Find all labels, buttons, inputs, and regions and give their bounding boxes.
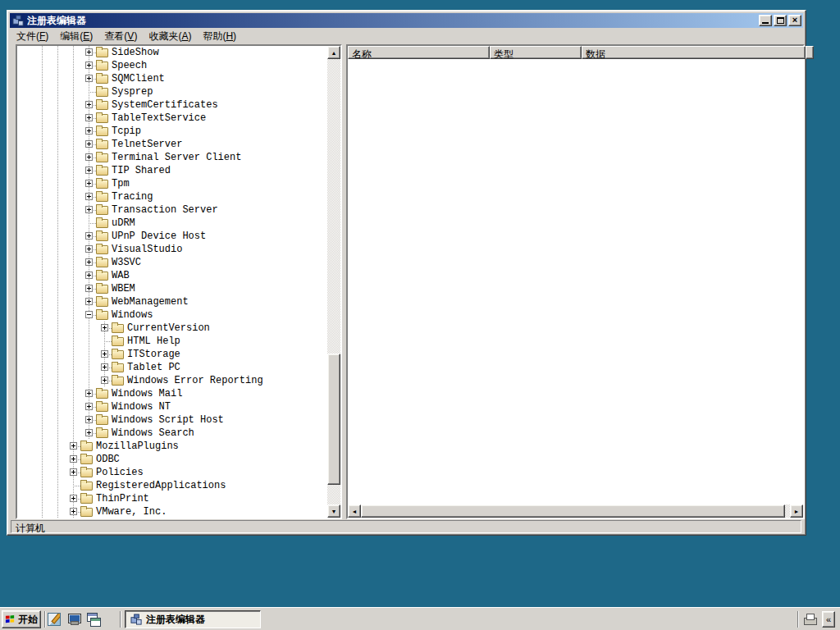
tree-item-windows-script-host[interactable]: Windows Script Host	[17, 413, 327, 427]
tree-item-tip-shared[interactable]: TIP Shared	[17, 164, 327, 177]
tree-label[interactable]: Terminal Server Client	[110, 152, 243, 163]
tree-item-tabletextservice[interactable]: TableTextService	[17, 112, 327, 125]
menu-item-1[interactable]: 编辑(E)	[54, 27, 98, 46]
tree-item-tablet-pc[interactable]: Tablet PC	[17, 361, 327, 374]
scroll-down-button[interactable]: ▼	[327, 504, 340, 518]
tree-item-registeredapplications[interactable]: RegisteredApplications	[17, 479, 327, 492]
tree-item-itstorage[interactable]: ITStorage	[17, 348, 327, 361]
tree-item-windows-nt[interactable]: Windows NT	[17, 400, 327, 413]
tree-label[interactable]: Windows Mail	[110, 388, 184, 399]
expand-toggle-icon[interactable]	[85, 127, 93, 135]
expand-toggle-icon[interactable]	[85, 245, 93, 253]
expand-toggle-icon[interactable]	[101, 377, 108, 384]
expand-toggle-icon[interactable]	[85, 416, 93, 423]
tree-label[interactable]: SystemCertificates	[110, 99, 220, 111]
title-bar[interactable]: 注册表编辑器 ×	[10, 13, 803, 28]
tree-label[interactable]: RegisteredApplications	[94, 480, 227, 491]
minimize-button[interactable]	[759, 15, 772, 26]
expand-toggle-icon[interactable]	[85, 48, 93, 56]
expand-toggle-icon[interactable]	[85, 114, 93, 121]
tree-label[interactable]: uDRM	[110, 217, 137, 229]
tree-item-upnp-device-host[interactable]: UPnP Device Host	[17, 230, 327, 243]
expand-toggle-icon[interactable]	[85, 62, 93, 69]
expand-toggle-icon[interactable]	[85, 75, 93, 82]
tree-label[interactable]: ITStorage	[126, 349, 182, 360]
expand-toggle-icon[interactable]	[85, 180, 93, 187]
tree-label[interactable]: VisualStudio	[110, 244, 184, 255]
tree-label[interactable]: Tablet PC	[126, 362, 182, 373]
tree-item-policies[interactable]: Policies	[17, 466, 327, 479]
expand-toggle-icon[interactable]	[85, 298, 93, 305]
tree-label[interactable]: SQMClient	[110, 73, 167, 84]
expand-toggle-icon[interactable]	[70, 508, 77, 515]
expand-toggle-icon[interactable]	[85, 429, 93, 436]
tree-item-systemcertificates[interactable]: SystemCertificates	[17, 98, 327, 112]
column-header-type[interactable]: 类型	[490, 46, 582, 59]
tree-item-sqmclient[interactable]: SQMClient	[17, 72, 327, 85]
tree-item-odbc[interactable]: ODBC	[17, 453, 327, 466]
maximize-button[interactable]	[774, 15, 787, 26]
menu-item-2[interactable]: 查看(V)	[98, 27, 143, 46]
tree-label[interactable]: Windows	[110, 309, 154, 321]
tree-item-mozillaplugins[interactable]: MozillaPlugins	[17, 440, 327, 453]
tree-label[interactable]: WAB	[110, 270, 131, 281]
expand-toggle-icon[interactable]	[85, 403, 93, 410]
tree-item-html-help[interactable]: HTML Help	[17, 335, 327, 348]
expand-toggle-icon[interactable]	[85, 272, 93, 279]
tree-item-tracing[interactable]: Tracing	[17, 190, 327, 203]
tree-item-wbem[interactable]: WBEM	[17, 282, 327, 295]
tree-item-wab[interactable]: WAB	[17, 269, 327, 282]
list-scroll-thumb[interactable]	[361, 504, 785, 518]
tree-label[interactable]: WBEM	[110, 283, 137, 294]
expand-toggle-icon[interactable]	[101, 363, 108, 371]
tree-label[interactable]: Transaction Server	[110, 204, 220, 216]
tree-item-tpm[interactable]: Tpm	[17, 177, 327, 190]
menu-item-3[interactable]: 收藏夹(A)	[143, 27, 197, 46]
tree-item-udrm[interactable]: uDRM	[17, 217, 327, 230]
tree-label[interactable]: CurrentVersion	[126, 322, 212, 334]
value-list-empty-area[interactable]	[348, 59, 803, 504]
tree-label[interactable]: Tracing	[110, 191, 154, 203]
column-header-data[interactable]: 数据	[582, 46, 806, 59]
tree-label[interactable]: UPnP Device Host	[110, 231, 208, 242]
computer-icon[interactable]	[67, 613, 80, 626]
collapse-toggle-icon[interactable]	[85, 311, 93, 318]
tree-item-windows-error-reporting[interactable]: Windows Error Reporting	[17, 374, 327, 387]
tree-item-webmanagement[interactable]: WebManagement	[17, 295, 327, 308]
menu-item-4[interactable]: 帮助(H)	[197, 27, 242, 46]
tree-item-windows-search[interactable]: Windows Search	[17, 427, 327, 440]
tree-label[interactable]: SideShow	[110, 47, 161, 58]
tree-label[interactable]: W3SVC	[110, 257, 143, 268]
expand-toggle-icon[interactable]	[70, 468, 77, 476]
expand-toggle-icon[interactable]	[70, 495, 77, 502]
tree-label[interactable]: HTML Help	[126, 336, 182, 347]
tree-label[interactable]: MozillaPlugins	[94, 441, 180, 452]
expand-toggle-icon[interactable]	[85, 153, 93, 161]
list-horizontal-scrollbar[interactable]: ◄ ►	[348, 504, 803, 518]
tree-label[interactable]: WebManagement	[110, 296, 190, 308]
expand-toggle-icon[interactable]	[70, 455, 77, 463]
tree-label[interactable]: ThinPrint	[94, 493, 151, 504]
tree-label[interactable]: Windows Search	[110, 427, 196, 439]
explorer-icon[interactable]	[87, 613, 100, 626]
tree-label[interactable]: Policies	[94, 467, 145, 478]
tree-vertical-scrollbar[interactable]: ▲ ▼	[327, 46, 340, 518]
tree-item-vmware-inc[interactable]: VMware, Inc.	[17, 505, 327, 518]
tree-item-currentversion[interactable]: CurrentVersion	[17, 322, 327, 335]
tray-collapse-button[interactable]: «	[822, 611, 835, 628]
tree-item-visualstudio[interactable]: VisualStudio	[17, 243, 327, 256]
expand-toggle-icon[interactable]	[101, 350, 108, 358]
scroll-left-button[interactable]: ◄	[348, 504, 361, 518]
menu-item-0[interactable]: 文件(F)	[11, 27, 54, 46]
start-button[interactable]: 开始	[2, 610, 41, 628]
tree-item-sideshow[interactable]: SideShow	[17, 46, 327, 59]
expand-toggle-icon[interactable]	[85, 167, 93, 174]
expand-toggle-icon[interactable]	[85, 193, 93, 200]
tree-label[interactable]: Windows NT	[110, 401, 172, 413]
expand-toggle-icon[interactable]	[85, 258, 93, 266]
tree-label[interactable]: TableTextService	[110, 112, 208, 124]
tree-label[interactable]: VMware, Inc.	[94, 506, 168, 518]
expand-toggle-icon[interactable]	[101, 324, 108, 331]
expand-toggle-icon[interactable]	[70, 442, 77, 450]
taskbar-task-registry-editor[interactable]: 注册表编辑器	[125, 610, 261, 628]
